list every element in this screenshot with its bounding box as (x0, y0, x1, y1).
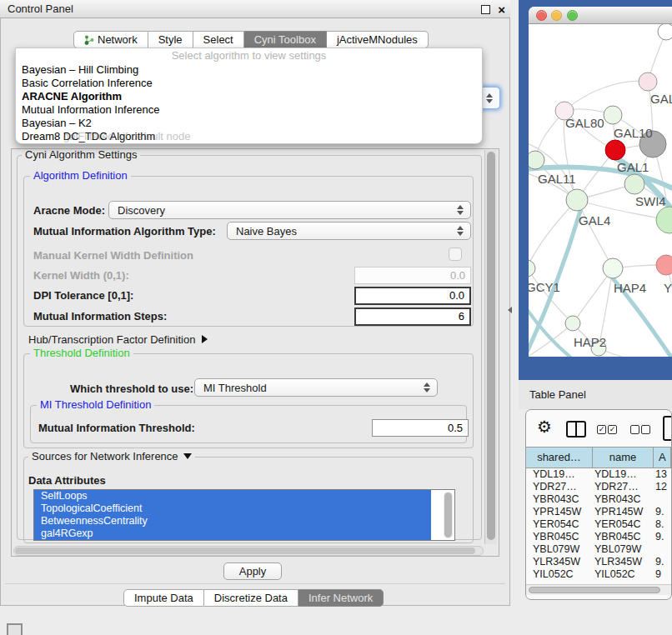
table-cell[interactable] (654, 493, 671, 506)
algorithm-option[interactable]: Mutual Information Inference (16, 103, 482, 117)
table-cell[interactable]: 9. (654, 531, 671, 543)
tab-network[interactable]: Network (73, 31, 148, 48)
tab-jactivemnodules[interactable]: jActiveMNodules (327, 31, 429, 48)
network-node[interactable] (658, 24, 672, 40)
mi-steps-field[interactable]: 6 (354, 308, 471, 326)
table-cell[interactable]: YBR045C (526, 531, 593, 543)
kernel-width-field[interactable]: 0.0 (354, 267, 471, 284)
tab-style[interactable]: Style (148, 31, 193, 48)
table-cell[interactable]: 8. (654, 518, 671, 531)
tab-impute-data[interactable]: Impute Data (123, 589, 204, 607)
table-cell[interactable]: YER054C (526, 518, 593, 531)
network-node[interactable] (565, 316, 580, 331)
column-header-clipped[interactable]: A (654, 448, 671, 468)
table-cell[interactable]: 9. (654, 506, 671, 518)
mi-threshold-field[interactable]: 0.5 (372, 419, 469, 437)
algorithm-option[interactable]: ARACNE Algorithm (16, 90, 482, 103)
hub-section-header[interactable]: Hub/Transcription Factor Definition (28, 333, 208, 346)
settings-horizontal-scrollbar[interactable] (13, 546, 484, 556)
scrollbar-thumb[interactable] (15, 548, 475, 554)
table-cell[interactable]: YER054C (593, 518, 654, 531)
apply-button[interactable]: Apply (223, 562, 282, 580)
table-cell[interactable]: YDL19… (526, 468, 593, 481)
mi-algorithm-type-combo[interactable]: Naive Bayes (227, 222, 471, 240)
table-cell[interactable]: 9 (654, 568, 671, 581)
table-cell[interactable]: YDL19… (593, 468, 654, 481)
network-node[interactable] (656, 207, 672, 233)
algorithm-option[interactable]: Bayesian – K2 (16, 117, 482, 130)
network-node[interactable] (604, 106, 622, 124)
scrollbar-thumb[interactable] (487, 152, 495, 540)
algorithm-option[interactable]: Basic Correlation Inference (16, 77, 482, 90)
network-window-titlebar[interactable] (529, 7, 672, 24)
network-view-window[interactable]: GALGAL80GAL10GAL1GAL11SWI4GAL4GCY1HAP4YH… (529, 7, 672, 357)
table-cell[interactable]: YBR043C (593, 493, 654, 506)
data-attribute-item[interactable]: TopologicalCoefficient (34, 502, 431, 515)
select-all-checkbox-icon[interactable]: ✓ (597, 425, 606, 434)
table-cell[interactable]: YBR045C (593, 531, 654, 543)
aracne-mode-combo[interactable]: Discovery (108, 201, 471, 219)
column-header-shared-name[interactable]: shared… (526, 448, 593, 468)
export-table-icon[interactable] (663, 416, 672, 441)
close-panel-icon[interactable]: × (498, 1, 505, 18)
float-panel-icon[interactable] (481, 5, 490, 14)
table-cell[interactable]: YPR145W (526, 506, 593, 518)
network-node[interactable] (605, 140, 625, 160)
table-cell[interactable]: YLR345W (593, 556, 654, 568)
scrollbar-thumb[interactable] (444, 492, 452, 538)
dpi-tolerance-label: DPI Tolerance [0,1]: (33, 289, 133, 302)
network-node[interactable] (566, 189, 588, 211)
scrollbar-thumb[interactable] (529, 587, 660, 593)
tab-select[interactable]: Select (193, 31, 244, 48)
table-cell[interactable]: YBL079W (593, 543, 654, 556)
data-attribute-item[interactable]: SelfLoops (34, 490, 431, 502)
table-cell[interactable]: YDR27… (526, 481, 593, 493)
network-node[interactable] (529, 151, 544, 169)
tab-infer-network[interactable]: Infer Network (298, 589, 384, 607)
gear-icon[interactable]: ⚙ (537, 417, 552, 437)
network-node[interactable] (656, 255, 672, 275)
deselect-all-checkbox-icon[interactable] (630, 425, 639, 434)
network-node[interactable] (603, 258, 623, 278)
table-cell[interactable]: 12 (654, 481, 671, 493)
table-cell[interactable]: 13 (654, 468, 671, 481)
table-cell[interactable]: YBR043C (526, 493, 593, 506)
panel-collapse-arrow[interactable] (508, 307, 512, 313)
algorithm-option[interactable]: Bayesian – Hill Climbing (16, 63, 482, 77)
table-horizontal-scrollbar[interactable] (526, 584, 671, 595)
manual-kernel-checkbox[interactable] (449, 248, 462, 261)
data-attribute-item[interactable]: BetweennessCentrality (34, 515, 431, 528)
column-header-name[interactable]: name (593, 448, 654, 468)
network-node[interactable] (624, 174, 644, 194)
combo-arrows-icon (424, 382, 430, 392)
tab-discretize-data[interactable]: Discretize Data (204, 589, 298, 607)
table-cell[interactable]: YDR27… (593, 481, 654, 493)
table-cell[interactable]: YIL052C (593, 568, 654, 581)
table-cell[interactable] (654, 543, 671, 556)
table-cell[interactable]: YIL052C (526, 568, 593, 581)
minimize-window-icon[interactable] (551, 10, 562, 21)
table-cell[interactable]: YBL079W (526, 543, 593, 556)
settings-vertical-scrollbar[interactable] (484, 150, 497, 544)
deselect-all-checkbox-icon2[interactable] (641, 425, 650, 434)
docked-panel-icon[interactable] (7, 623, 23, 635)
list-vertical-scrollbar[interactable] (444, 492, 453, 538)
which-threshold-combo[interactable]: MI Threshold (194, 378, 438, 397)
zoom-window-icon[interactable] (567, 10, 578, 21)
cyni-bottom-tabs: Impute Data Discretize Data Infer Networ… (123, 589, 384, 607)
network-canvas[interactable]: GALGAL80GAL10GAL1GAL11SWI4GAL4GCY1HAP4YH… (529, 24, 672, 357)
table-cell[interactable]: 9. (654, 556, 671, 568)
network-node[interactable] (529, 260, 535, 277)
sources-group-title[interactable]: Sources for Network Inference (28, 451, 195, 462)
data-attributes-list[interactable]: SelfLoopsTopologicalCoefficientBetweenne… (33, 489, 455, 541)
split-columns-icon[interactable] (566, 421, 586, 438)
close-window-icon[interactable] (536, 10, 547, 21)
table-cell[interactable]: YLR345W (526, 556, 593, 568)
network-node[interactable] (639, 72, 657, 91)
dpi-tolerance-field[interactable]: 0.0 (354, 287, 471, 305)
data-attribute-item[interactable]: gal4RGexp (34, 528, 431, 540)
tab-cyni-toolbox[interactable]: Cyni Toolbox (244, 31, 327, 48)
control-panel-titlebar: Control Panel × (0, 0, 510, 18)
select-all-checkbox-icon2[interactable]: ✓ (608, 425, 617, 434)
table-cell[interactable]: YPR145W (593, 506, 654, 518)
